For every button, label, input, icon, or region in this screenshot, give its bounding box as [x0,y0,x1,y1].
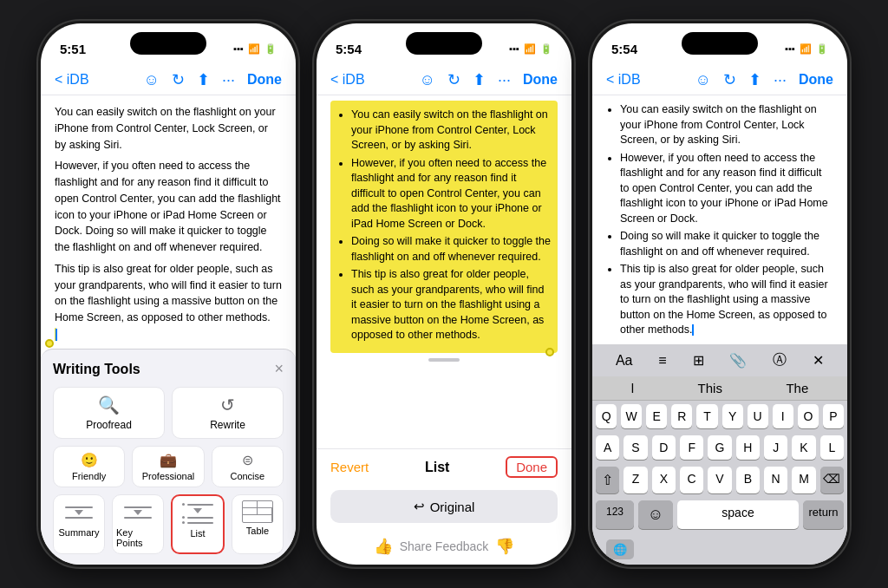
key-b[interactable]: B [736,467,760,493]
return-key[interactable]: return [803,500,844,529]
key-a[interactable]: A [596,435,619,460]
key-h[interactable]: H [736,435,760,460]
key-s[interactable]: S [624,435,647,460]
shift-key[interactable]: ⇧ [596,467,619,493]
number-key[interactable]: 123 [596,500,634,529]
suggestion-1[interactable]: l [631,381,634,395]
dynamic-island-2 [406,32,482,55]
concise-button[interactable]: ⊜ Concise [212,446,284,487]
globe-key[interactable]: 🌐 [606,539,634,559]
key-g[interactable]: G [708,435,731,460]
key-z[interactable]: Z [624,467,647,493]
share-icon-2[interactable]: ⬆ [473,70,486,89]
key-i[interactable]: I [773,404,793,428]
share-feedback-label[interactable]: Share Feedback [400,539,489,553]
done-button-3[interactable]: Done [799,72,833,88]
rewrite-button[interactable]: ↺ Rewrite [172,387,284,439]
rotate-icon-3[interactable]: ↻ [723,70,736,89]
rotate-icon-1[interactable]: ↻ [172,70,185,89]
friendly-button[interactable]: 🙂 Friendly [53,446,125,487]
key-r[interactable]: R [671,404,692,428]
wifi-icon: 📶 [248,43,260,55]
share-icon-3[interactable]: ⬆ [748,70,761,89]
thumbs-up-icon[interactable]: 👍 [374,537,393,556]
key-w[interactable]: W [621,404,642,428]
space-key[interactable]: space [677,500,799,529]
suggestion-2[interactable]: This [698,381,722,395]
more-icon-3[interactable]: ··· [774,71,787,89]
back-button-3[interactable]: < iDB [606,72,641,88]
emoji-icon-3[interactable]: ☺ [695,71,711,89]
close-button[interactable]: × [274,360,284,378]
concise-label: Concise [230,471,264,481]
thumbs-down-icon[interactable]: 👎 [495,537,514,556]
table-label: Table [246,526,269,536]
done-button-2[interactable]: Done [523,72,558,88]
key-t[interactable]: T [696,404,717,428]
key-x[interactable]: X [652,467,676,493]
divider-pill [428,358,460,362]
original-icon: ↩ [414,499,425,514]
summary-button[interactable]: Summary [53,494,105,554]
circle-a-tool[interactable]: Ⓐ [773,351,787,369]
selection-handle-2 [545,348,554,356]
key-d[interactable]: D [652,435,676,460]
nav-bar-2: < iDB ☺ ↻ ⬆ ··· Done [317,67,571,95]
key-n[interactable]: N [764,467,787,493]
key-k[interactable]: K [792,435,815,460]
key-c[interactable]: C [680,467,703,493]
selected-text-1: You can easily switch on the flashlight … [55,104,282,341]
emoji-key[interactable]: ☺ [638,500,673,529]
table-tool[interactable]: ⊞ [693,352,704,369]
more-icon-2[interactable]: ··· [498,71,511,89]
emoji-icon-2[interactable]: ☺ [420,71,435,89]
back-button-2[interactable]: < iDB [330,72,365,88]
key-u[interactable]: U [748,404,768,428]
key-points-icon [121,500,155,525]
professional-button[interactable]: 💼 Professional [132,446,204,487]
key-l[interactable]: L [820,435,844,460]
key-points-button[interactable]: Key Points [112,494,164,554]
original-label: Original [430,500,475,514]
signal-icon-2: ▪▪▪ [509,43,519,54]
back-button-1[interactable]: < iDB [55,72,89,88]
key-q[interactable]: Q [596,404,617,428]
list-item-2: Doing so will make it quicker to toggle … [351,234,551,265]
emoji-icon-1[interactable]: ☺ [144,71,160,89]
content-bullet-list: You can easily switch on the flashlight … [606,102,833,338]
list-button[interactable]: List [171,494,225,554]
revert-button[interactable]: Revert [330,460,369,474]
key-v[interactable]: V [708,467,731,493]
done-button-1[interactable]: Done [247,72,282,88]
tools-bot-row: Summary Key Points [53,494,284,554]
proofread-button[interactable]: 🔍 Proofread [53,387,165,439]
key-y[interactable]: Y [722,404,743,428]
share-icon-1[interactable]: ⬆ [197,70,210,89]
original-button[interactable]: ↩ Original [330,490,558,523]
key-f[interactable]: F [680,435,703,460]
feedback-bar: 👍 Share Feedback 👎 [317,528,571,565]
backspace-key[interactable]: ⌫ [820,467,844,493]
friendly-label: Friendly [72,471,106,481]
suggestion-3[interactable]: The [786,381,808,395]
table-button[interactable]: Table [232,494,284,554]
key-e[interactable]: E [646,404,667,428]
rotate-icon-2[interactable]: ↻ [447,70,460,89]
key-j[interactable]: J [764,435,787,460]
key-p[interactable]: P [823,404,844,428]
wifi-icon-2: 📶 [524,43,536,55]
done-outlined-button[interactable]: Done [506,456,558,478]
key-m[interactable]: M [792,467,815,493]
dynamic-island-1 [130,32,206,55]
key-o[interactable]: O [798,404,819,428]
signal-icon: ▪▪▪ [233,43,244,54]
status-icons-2: ▪▪▪ 📶 🔋 [509,43,552,55]
font-size-tool[interactable]: Aa [616,353,633,369]
rewrite-icon: ↺ [220,395,235,415]
writing-tools-title: Writing Tools [53,362,140,377]
close-kb-tool[interactable]: ✕ [813,352,824,369]
paragraph-3: This tip is also great for older people,… [55,261,282,326]
list-tool[interactable]: ≡ [658,353,666,369]
attachment-tool[interactable]: 📎 [729,352,747,369]
more-icon-1[interactable]: ··· [222,71,235,89]
